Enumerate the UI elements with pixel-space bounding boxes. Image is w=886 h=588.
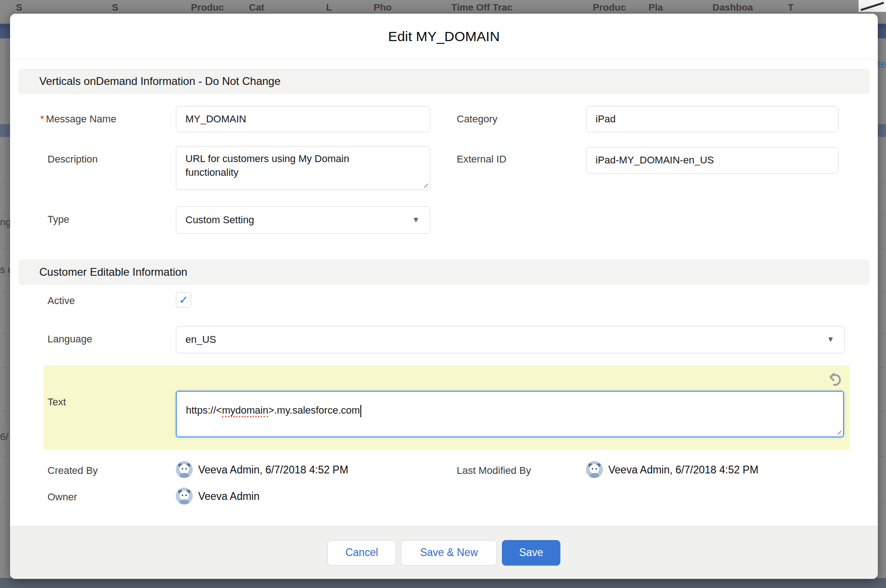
background-tab: T — [788, 2, 794, 13]
save-and-new-button[interactable]: Save & New — [401, 540, 497, 566]
category-input[interactable]: iPad — [586, 106, 839, 132]
message-name-label: *Message Name — [40, 113, 116, 125]
description-textarea[interactable]: URL for customers using My Domain functi… — [176, 146, 430, 190]
message-name-value: MY_DOMAIN — [185, 113, 246, 125]
external-id-value: iPad-MY_DOMAIN-en_US — [596, 154, 714, 166]
background-tab: Produc — [191, 2, 224, 13]
external-id-label: External ID — [457, 153, 506, 165]
chevron-down-icon: ▼ — [412, 215, 420, 225]
edit-record-modal: Edit MY_DOMAIN Verticals onDemand Inform… — [10, 14, 878, 579]
background-text-fragment: 6/ — [0, 431, 8, 443]
text-value-prefix: https://< — [186, 404, 222, 416]
last-modified-by-label: Last Modified By — [457, 465, 531, 477]
language-select[interactable]: en_US ▼ — [176, 326, 845, 353]
type-value: Custom Setting — [185, 214, 254, 226]
background-link-fragment: te — [878, 58, 886, 70]
message-name-label-text: Message Name — [46, 113, 116, 125]
avatar — [176, 461, 193, 478]
description-value: URL for customers using My Domain functi… — [185, 152, 405, 179]
save-and-new-button-label: Save & New — [420, 546, 478, 559]
owner-label: Owner — [47, 491, 77, 503]
resize-grip-icon[interactable] — [835, 429, 841, 435]
avatar — [176, 488, 193, 504]
background-tab: Cat — [249, 2, 264, 13]
language-value: en_US — [185, 334, 216, 346]
background-tab: S — [112, 2, 118, 13]
text-textarea[interactable]: https://<mydomain>.my.salesforce.com — [176, 391, 844, 437]
external-id-input[interactable]: iPad-MY_DOMAIN-en_US — [586, 147, 839, 173]
background-text-fragment: ng — [0, 216, 11, 228]
category-value: iPad — [596, 113, 616, 125]
cancel-button[interactable]: Cancel — [327, 540, 396, 566]
avatar — [586, 461, 603, 478]
description-label: Description — [47, 153, 98, 165]
background-tab-row: S S Produc Cat L Pho Time Off Trac Produ… — [0, 0, 886, 14]
chevron-down-icon: ▼ — [827, 335, 834, 344]
category-label: Category — [457, 113, 497, 125]
section-title: Customer Editable Information — [39, 266, 187, 278]
modal-footer: Cancel Save & New Save — [10, 526, 878, 579]
save-button[interactable]: Save — [502, 540, 560, 566]
created-by-label: Created By — [47, 465, 98, 477]
type-label: Type — [47, 214, 69, 226]
background-tab: Pla — [649, 2, 663, 13]
text-value-misspelled: mydomain — [222, 404, 268, 417]
background-tab: L — [326, 2, 332, 13]
type-select[interactable]: Custom Setting ▼ — [176, 206, 430, 234]
last-modified-by-value: Veeva Admin, 6/7/2018 4:52 PM — [608, 464, 759, 476]
background-page-corner — [859, 0, 886, 12]
undo-icon[interactable] — [826, 370, 844, 390]
save-button-label: Save — [519, 546, 543, 559]
text-label: Text — [47, 396, 66, 408]
section-verticals-ondemand: Verticals onDemand Information - Do Not … — [18, 68, 870, 94]
text-value-suffix: >.my.salesforce.com — [268, 404, 360, 416]
active-checkbox[interactable]: ✓ — [176, 292, 191, 308]
resize-grip-icon[interactable] — [422, 182, 428, 188]
background-tab: Time Off Trac — [451, 2, 512, 13]
cancel-button-label: Cancel — [345, 546, 378, 559]
active-label: Active — [47, 295, 75, 307]
modal-title: Edit MY_DOMAIN — [388, 29, 500, 44]
modal-header: Edit MY_DOMAIN — [10, 14, 878, 59]
text-value: https://<mydomain>.my.salesforce.com — [186, 404, 361, 417]
language-label: Language — [47, 333, 92, 345]
text-cursor — [360, 405, 361, 417]
background-tab: Dashboa — [712, 2, 753, 13]
created-by-value: Veeva Admin, 6/7/2018 4:52 PM — [198, 464, 348, 476]
background-tab: S — [16, 2, 22, 13]
section-customer-editable: Customer Editable Information — [18, 259, 870, 285]
required-marker: * — [40, 113, 44, 125]
owner-value: Veeva Admin — [198, 490, 259, 503]
background-tab: Pho — [374, 2, 392, 13]
section-title: Verticals onDemand Information - Do Not … — [39, 75, 280, 88]
background-tab: Produc — [593, 2, 626, 13]
background-footer-band — [0, 578, 886, 588]
message-name-input[interactable]: MY_DOMAIN — [176, 106, 430, 132]
check-icon: ✓ — [179, 294, 188, 306]
